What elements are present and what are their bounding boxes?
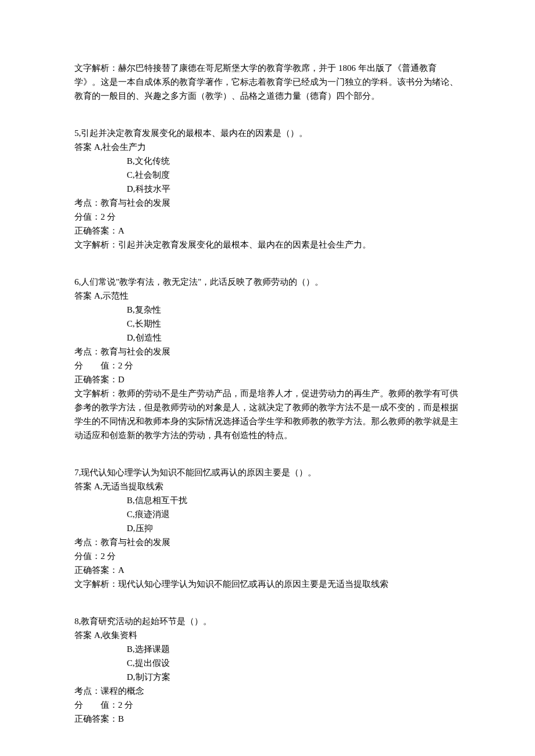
option-c: C,社会制度 [74, 168, 461, 182]
document-page: 文字解析：赫尔巴特接替了康德在哥尼斯堡大学的教育学教席，并于 1806 年出版了… [0, 0, 535, 756]
option-b: B,信息相互干扰 [74, 493, 461, 507]
topic-label: 考点：教育与社会的发展 [74, 196, 461, 210]
score-label: 分 值：2 分 [74, 359, 461, 372]
question-7-block: 7,现代认知心理学认为知识不能回忆或再认的原因主要是（）。 答案 A,无适当提取… [74, 465, 461, 591]
question-stem: 8,教育研究活动的起始环节是（）。 [74, 614, 461, 628]
question-stem: 7,现代认知心理学认为知识不能回忆或再认的原因主要是（）。 [74, 465, 461, 479]
explanation-text: 文字解析：教师的劳动不是生产劳动产品，而是培养人才，促进劳动力的再生产。教师的教… [74, 386, 461, 442]
explanation-text: 文字解析：现代认知心理学认为知识不能回忆或再认的原因主要是无适当提取线索 [74, 577, 461, 591]
question-6-block: 6,人们常说"教学有法，教无定法"，此话反映了教师劳动的（）。 答案 A,示范性… [74, 275, 461, 442]
option-d: D,压抑 [74, 521, 461, 535]
topic-label: 考点：教育与社会的发展 [74, 345, 461, 359]
question-stem: 5,引起并决定教育发展变化的最根本、最内在的因素是（）。 [74, 126, 461, 140]
option-d: D,制订方案 [74, 670, 461, 684]
option-d: D,科技水平 [74, 182, 461, 196]
question-4-explanation-block: 文字解析：赫尔巴特接替了康德在哥尼斯堡大学的教育学教席，并于 1806 年出版了… [74, 61, 461, 103]
option-a: 答案 A,无适当提取线索 [74, 479, 461, 493]
option-a: 答案 A,社会生产力 [74, 140, 461, 154]
correct-answer-label: 正确答案：A [74, 224, 461, 238]
option-b: B,选择课题 [74, 642, 461, 656]
question-5-block: 5,引起并决定教育发展变化的最根本、最内在的因素是（）。 答案 A,社会生产力 … [74, 126, 461, 252]
correct-answer-label: 正确答案：D [74, 372, 461, 386]
score-label: 分值：2 分 [74, 210, 461, 224]
option-a: 答案 A,收集资料 [74, 628, 461, 642]
question-8-block: 8,教育研究活动的起始环节是（）。 答案 A,收集资料 B,选择课题 C,提出假… [74, 614, 461, 726]
option-a: 答案 A,示范性 [74, 289, 461, 303]
correct-answer-label: 正确答案：B [74, 712, 461, 726]
topic-label: 考点：课程的概念 [74, 684, 461, 698]
topic-label: 考点：教育与社会的发展 [74, 535, 461, 549]
score-label: 分 值：2 分 [74, 698, 461, 712]
correct-answer-label: 正确答案：A [74, 563, 461, 577]
explanation-text: 文字解析：引起并决定教育发展变化的最根本、最内在的因素是社会生产力。 [74, 238, 461, 252]
option-b: B,复杂性 [74, 303, 461, 317]
option-b: B,文化传统 [74, 154, 461, 168]
explanation-text: 文字解析：赫尔巴特接替了康德在哥尼斯堡大学的教育学教席，并于 1806 年出版了… [74, 61, 461, 103]
option-d: D,创造性 [74, 331, 461, 345]
option-c: C,痕迹消退 [74, 507, 461, 521]
question-stem: 6,人们常说"教学有法，教无定法"，此话反映了教师劳动的（）。 [74, 275, 461, 289]
score-label: 分值：2 分 [74, 549, 461, 563]
option-c: C,长期性 [74, 317, 461, 331]
option-c: C,提出假设 [74, 656, 461, 670]
